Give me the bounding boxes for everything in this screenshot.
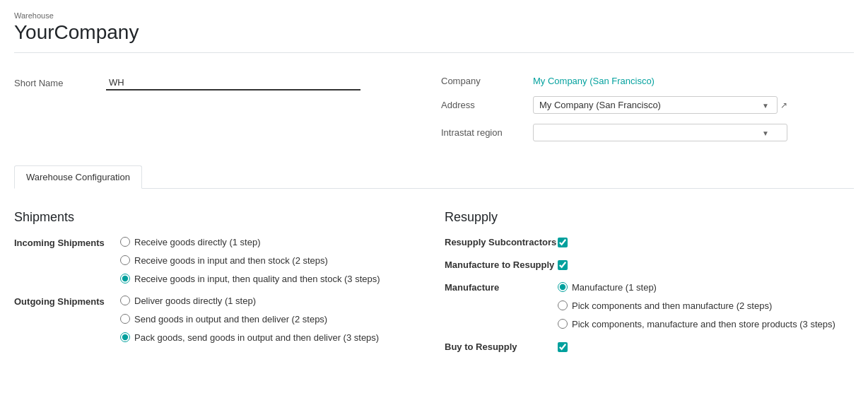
outgoing-shipments-group: Outgoing Shipments Deliver goods directl… [14, 295, 423, 345]
address-select[interactable]: My Company (San Francisco) [533, 96, 778, 114]
manufacture-option-1[interactable]: Pick components and then manufacture (2 … [558, 300, 835, 312]
incoming-option-2[interactable]: Receive goods in input, then quality and… [120, 273, 380, 286]
incoming-radio-0[interactable] [120, 237, 130, 247]
resupply-subcontractors-checkbox[interactable] [558, 238, 568, 247]
tabs-bar: Warehouse Configuration [14, 165, 854, 189]
manufacture-to-resupply-checkbox[interactable] [558, 260, 568, 270]
manufacture-label: Manufacture [445, 282, 558, 294]
incoming-shipments-group: Incoming Shipments Receive goods directl… [14, 236, 423, 286]
outgoing-radio-1[interactable] [120, 314, 130, 324]
form-section: Short Name Company My Company (San Franc… [14, 64, 854, 165]
company-label: Company [441, 76, 533, 86]
incoming-option-2-label: Receive goods in input, then quality and… [134, 273, 380, 286]
resupply-title: Resupply [445, 210, 854, 225]
manufacture-radio-2[interactable] [558, 319, 568, 329]
address-group: Address My Company (San Francisco) ▼ ↗ [441, 96, 854, 114]
config-section: Shipments Incoming Shipments Receive goo… [14, 203, 854, 370]
manufacture-option-2-label: Pick components, manufacture and then st… [572, 318, 835, 331]
buy-to-resupply-label: Buy to Resupply [445, 341, 558, 353]
manufacture-radio-group: Manufacture (1 step) Pick components and… [558, 281, 835, 332]
intrastat-select-wrapper: ▼ [533, 124, 787, 141]
outgoing-radio-0[interactable] [120, 296, 130, 305]
intrastat-select[interactable] [533, 124, 787, 141]
incoming-radio-2[interactable] [120, 274, 130, 284]
outgoing-option-0-label: Deliver goods directly (1 step) [134, 295, 256, 308]
tab-warehouse-configuration[interactable]: Warehouse Configuration [14, 165, 142, 189]
manufacture-to-resupply-row: Manufacture to Resupply [445, 259, 854, 271]
company-link[interactable]: My Company (San Francisco) [533, 76, 655, 86]
address-label: Address [441, 100, 533, 110]
manufacture-option-0[interactable]: Manufacture (1 step) [558, 281, 835, 294]
manufacture-radio-1[interactable] [558, 300, 568, 310]
incoming-option-0-label: Receive goods directly (1 step) [134, 236, 260, 249]
page-container: Warehouse YourCompany Short Name Company… [0, 0, 868, 382]
incoming-radio-1[interactable] [120, 255, 130, 265]
address-select-wrapper: My Company (San Francisco) ▼ ↗ [533, 96, 787, 114]
buy-to-resupply-row: Buy to Resupply [445, 341, 854, 353]
manufacture-row: Manufacture Manufacture (1 step) Pick co… [445, 281, 854, 332]
outgoing-radio-group: Deliver goods directly (1 step) Send goo… [120, 295, 379, 345]
incoming-option-0[interactable]: Receive goods directly (1 step) [120, 236, 380, 249]
page-header: Warehouse YourCompany [14, 11, 854, 53]
outgoing-option-1-label: Send goods in output and then deliver (2… [134, 313, 327, 326]
left-form: Short Name [14, 76, 427, 151]
manufacture-to-resupply-label: Manufacture to Resupply [445, 259, 558, 271]
page-subtitle: Warehouse [14, 11, 854, 20]
outgoing-radio-2[interactable] [120, 332, 130, 342]
right-form: Company My Company (San Francisco) Addre… [441, 76, 854, 151]
outgoing-option-1[interactable]: Send goods in output and then deliver (2… [120, 313, 379, 326]
short-name-group: Short Name [14, 76, 427, 90]
resupply-subcontractors-row: Resupply Subcontractors [445, 236, 854, 249]
resupply-section: Resupply Resupply Subcontractors Manufac… [445, 210, 854, 363]
manufacture-option-1-label: Pick components and then manufacture (2 … [572, 300, 772, 312]
buy-to-resupply-checkbox[interactable] [558, 342, 568, 352]
intrastat-group: Intrastat region ▼ [441, 124, 854, 141]
company-group: Company My Company (San Francisco) [441, 76, 854, 86]
intrastat-label: Intrastat region [441, 127, 533, 138]
resupply-subcontractors-label: Resupply Subcontractors [445, 237, 558, 249]
shipments-section: Shipments Incoming Shipments Receive goo… [14, 210, 423, 363]
outgoing-option-2-label: Pack goods, send goods in output and the… [134, 332, 379, 344]
address-external-link-icon[interactable]: ↗ [780, 100, 787, 110]
outgoing-option-0[interactable]: Deliver goods directly (1 step) [120, 295, 379, 308]
manufacture-radio-0[interactable] [558, 282, 568, 292]
shipments-title: Shipments [14, 210, 423, 225]
incoming-label: Incoming Shipments [14, 238, 120, 248]
short-name-input[interactable] [106, 76, 360, 90]
manufacture-option-2[interactable]: Pick components, manufacture and then st… [558, 318, 835, 331]
incoming-radio-group: Receive goods directly (1 step) Receive … [120, 236, 380, 286]
incoming-option-1-label: Receive goods in input and then stock (2… [134, 255, 328, 267]
manufacture-option-0-label: Manufacture (1 step) [572, 281, 657, 294]
outgoing-label: Outgoing Shipments [14, 296, 120, 307]
short-name-label: Short Name [14, 78, 106, 88]
incoming-option-1[interactable]: Receive goods in input and then stock (2… [120, 255, 380, 267]
page-title: YourCompany [14, 21, 854, 44]
outgoing-option-2[interactable]: Pack goods, send goods in output and the… [120, 332, 379, 344]
